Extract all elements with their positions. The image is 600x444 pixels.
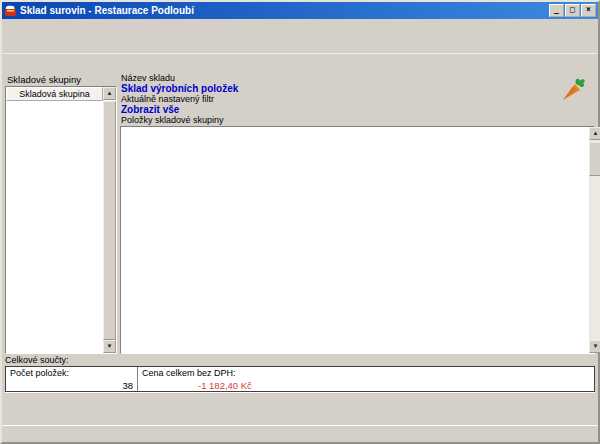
store-name-label: Název skladu bbox=[120, 73, 595, 83]
filter-value[interactable]: Zobrazit vše bbox=[120, 104, 595, 115]
group-list-header[interactable]: Skladová skupina bbox=[6, 87, 103, 101]
close-button[interactable]: × bbox=[581, 4, 596, 17]
item-count-value: 38 bbox=[10, 380, 133, 391]
title-bar[interactable]: Sklad surovin - Restaurace Podloubí _ □ … bbox=[2, 2, 598, 19]
items-label: Položky skladové skupiny bbox=[120, 115, 595, 125]
main-panel: Název skladu Sklad výrobních položek Akt… bbox=[120, 73, 595, 354]
menu-bar bbox=[2, 19, 598, 33]
minimize-button[interactable]: _ bbox=[549, 4, 564, 17]
filter-label: Aktuálně nastavený filtr bbox=[120, 94, 595, 104]
item-count-label: Počet položek: bbox=[10, 368, 133, 378]
scroll-thumb[interactable] bbox=[103, 101, 116, 340]
table-scrollbar[interactable]: ▲ ▼ bbox=[589, 127, 600, 353]
maximize-button[interactable]: □ bbox=[565, 4, 580, 17]
item-count-cell: Počet položek: 38 bbox=[6, 367, 138, 391]
items-table[interactable] bbox=[121, 127, 589, 353]
total-price-label: Cena celkem bez DPH: bbox=[142, 368, 590, 378]
sidebar: Skladové skupiny Skladová skupina ▲ ▼ bbox=[5, 73, 117, 354]
total-price-cell: Cena celkem bez DPH: -1 182,40 Kč bbox=[138, 367, 594, 391]
scroll-up-icon[interactable]: ▲ bbox=[103, 87, 116, 100]
app-icon bbox=[4, 4, 17, 17]
group-items bbox=[6, 101, 103, 353]
tab-strip bbox=[2, 54, 598, 71]
total-price-value: -1 182,40 Kč bbox=[142, 380, 590, 391]
scroll-up-icon[interactable]: ▲ bbox=[589, 127, 600, 140]
totals-box: Počet položek: 38 Cena celkem bez DPH: -… bbox=[5, 366, 595, 392]
items-table-wrap: ▲ ▼ bbox=[120, 126, 595, 354]
scroll-down-icon[interactable]: ▼ bbox=[589, 340, 600, 353]
scroll-thumb[interactable] bbox=[589, 142, 600, 176]
scroll-down-icon[interactable]: ▼ bbox=[103, 340, 116, 353]
store-name-value[interactable]: Sklad výrobních položek bbox=[120, 83, 595, 94]
group-list: Skladová skupina ▲ ▼ bbox=[5, 86, 117, 354]
status-bar bbox=[2, 425, 598, 442]
app-window: Sklad surovin - Restaurace Podloubí _ □ … bbox=[0, 0, 600, 444]
sidebar-scrollbar[interactable]: ▼ bbox=[103, 101, 116, 353]
carrot-icon bbox=[559, 75, 587, 103]
window-title: Sklad surovin - Restaurace Podloubí bbox=[20, 5, 548, 16]
toolbar bbox=[2, 33, 598, 54]
action-bar bbox=[2, 392, 598, 425]
totals-label: Celkové součty: bbox=[5, 355, 595, 366]
totals-section: Celkové součty: Počet položek: 38 Cena c… bbox=[2, 354, 598, 392]
sidebar-label: Skladové skupiny bbox=[5, 73, 117, 86]
content-area: Skladové skupiny Skladová skupina ▲ ▼ Ná… bbox=[2, 71, 598, 354]
